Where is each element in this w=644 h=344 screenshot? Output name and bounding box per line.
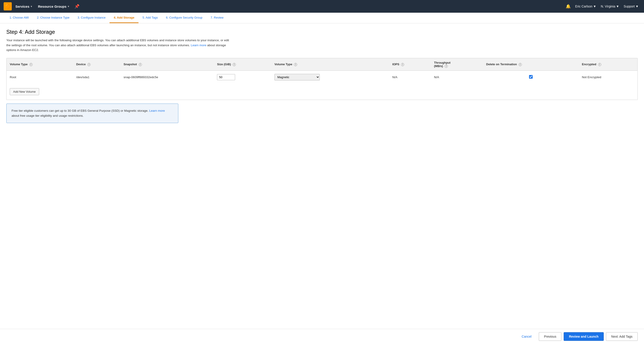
cell-delete-on-term	[483, 71, 579, 84]
cell-volume-type-label: Root	[6, 71, 73, 84]
learn-more-free-tier-link[interactable]: Learn more	[149, 109, 165, 112]
page-description: Your instance will be launched with the …	[6, 38, 232, 53]
cell-size	[214, 71, 271, 84]
nav-left: 🔶 Services ▼ Resource Groups ▼ 📌	[4, 2, 81, 11]
info-device-icon[interactable]: i	[87, 63, 90, 66]
cell-encrypted: Not Encrypted	[579, 71, 638, 84]
cell-volume-type-select: Magnetic General Purpose SSD (gp2) Provi…	[271, 71, 389, 84]
info-size-icon[interactable]: i	[232, 63, 236, 66]
pin-icon[interactable]: 📌	[73, 4, 81, 9]
wizard-steps: 1. Choose AMI 2. Choose Instance Type 3.…	[0, 13, 644, 23]
step-review[interactable]: 7. Review	[206, 13, 228, 23]
learn-more-storage-link[interactable]: Learn more	[191, 44, 206, 47]
info-vol-type-icon[interactable]: i	[294, 63, 297, 66]
th-throughput: Throughput(MB/s) i	[431, 58, 483, 71]
add-volume-section: Add New Volume	[6, 84, 638, 100]
top-navigation: 🔶 Services ▼ Resource Groups ▼ 📌 🔔 Eric …	[0, 0, 644, 13]
th-vol-type: Volume Type i	[271, 58, 389, 71]
cell-iops: N/A	[389, 71, 431, 84]
step-configure-security-group[interactable]: 6. Configure Security Group	[162, 13, 206, 23]
info-delete-term-icon[interactable]: i	[519, 63, 522, 66]
th-volume-type: Volume Type i	[6, 58, 73, 71]
support-menu[interactable]: Support ▼	[622, 5, 640, 8]
th-encrypted: Encrypted i	[579, 58, 638, 71]
info-volume-type-icon[interactable]: i	[30, 63, 32, 66]
th-device: Device i	[73, 58, 120, 71]
free-tier-info-box: Free tier eligible customers can get up …	[6, 104, 178, 123]
info-throughput-icon[interactable]: i	[445, 65, 448, 68]
th-snapshot: Snapshot i	[120, 58, 214, 71]
main-content: Step 4: Add Storage Your instance will b…	[0, 23, 644, 144]
resource-groups-caret: ▼	[68, 5, 70, 8]
info-snapshot-icon[interactable]: i	[139, 63, 142, 66]
volume-type-select[interactable]: Magnetic General Purpose SSD (gp2) Provi…	[274, 74, 320, 80]
delete-on-termination-checkbox[interactable]	[529, 75, 533, 79]
step-choose-ami[interactable]: 1. Choose AMI	[6, 13, 33, 23]
services-menu[interactable]: Services ▼	[14, 5, 34, 8]
th-delete-on-term: Delete on Termination i	[483, 58, 579, 71]
th-iops: IOPS i	[389, 58, 431, 71]
step-choose-instance-type[interactable]: 2. Choose Instance Type	[33, 13, 74, 23]
size-input[interactable]	[217, 74, 235, 80]
cell-throughput: N/A	[431, 71, 483, 84]
nav-right: 🔔 Eric Carlson ▼ N. Virginia ▼ Support ▼	[564, 4, 640, 9]
table-header-row: Volume Type i Device i Snapshot i Size (…	[6, 58, 638, 71]
step-add-storage[interactable]: 4. Add Storage	[110, 13, 138, 23]
resource-groups-menu[interactable]: Resource Groups ▼	[36, 5, 72, 8]
region-menu[interactable]: N. Virginia ▼	[599, 5, 621, 8]
user-menu[interactable]: Eric Carlson ▼	[574, 5, 598, 8]
services-caret: ▼	[30, 5, 32, 8]
table-row: Root /dev/sda1 snap-0609ff889332edc5e Ma…	[6, 71, 638, 84]
storage-table: Volume Type i Device i Snapshot i Size (…	[6, 58, 638, 84]
storage-table-wrapper: Volume Type i Device i Snapshot i Size (…	[6, 58, 638, 100]
info-encrypted-icon[interactable]: i	[598, 63, 601, 66]
page-title: Step 4: Add Storage	[6, 29, 638, 35]
info-iops-icon[interactable]: i	[401, 63, 404, 66]
step-add-tags[interactable]: 5. Add Tags	[138, 13, 162, 23]
notification-bell-icon[interactable]: 🔔	[564, 4, 572, 9]
cell-device: /dev/sda1	[73, 71, 120, 84]
step-configure-instance[interactable]: 3. Configure Instance	[74, 13, 110, 23]
bottom-spacer	[6, 123, 638, 139]
cell-snapshot: snap-0609ff889332edc5e	[120, 71, 214, 84]
aws-logo: 🔶	[4, 2, 12, 11]
add-new-volume-button[interactable]: Add New Volume	[10, 88, 39, 95]
th-size: Size (GiB) i	[214, 58, 271, 71]
